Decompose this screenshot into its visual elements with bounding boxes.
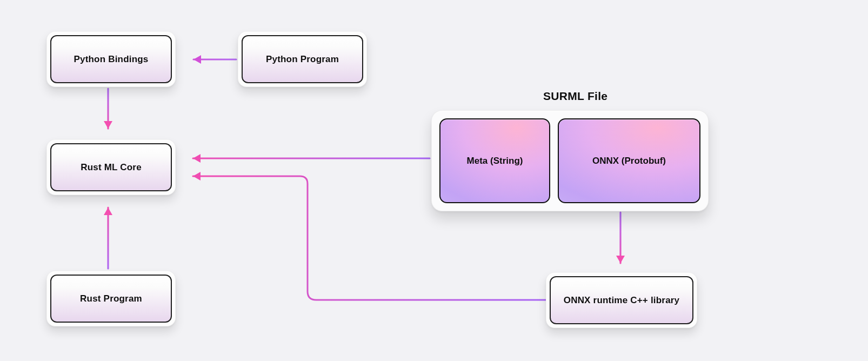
node-label: Rust Program — [50, 275, 172, 323]
surml-title: SURML File — [543, 90, 607, 103]
node-label: Rust ML Core — [50, 143, 172, 191]
node-onnx-runtime: ONNX runtime C++ library — [546, 272, 697, 328]
surml-onnx-cell: ONNX (Protobuf) — [558, 118, 700, 203]
node-label: Python Program — [242, 35, 363, 83]
node-rust-ml-core: Rust ML Core — [46, 139, 176, 195]
node-label: ONNX runtime C++ library — [550, 276, 693, 324]
node-python-bindings: Python Bindings — [46, 31, 176, 87]
node-python-program: Python Program — [238, 31, 367, 87]
surml-meta-cell: Meta (String) — [439, 118, 550, 203]
surml-file-container: Meta (String) ONNX (Protobuf) — [431, 110, 709, 211]
node-label: Python Bindings — [50, 35, 172, 83]
node-rust-program: Rust Program — [46, 271, 176, 326]
